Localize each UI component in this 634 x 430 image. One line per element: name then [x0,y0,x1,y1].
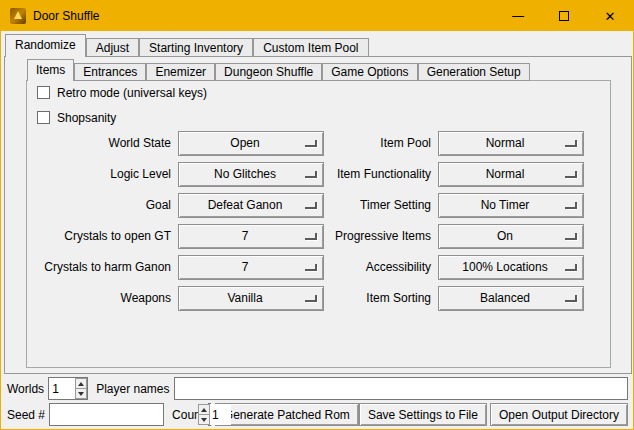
tab-randomize[interactable]: Randomize [5,34,86,57]
accessibility-dropdown[interactable]: 100% Locations [438,255,584,280]
worlds-spinbox[interactable] [48,377,88,400]
main-tabs: Randomize Adjust Starting Inventory Cust… [5,34,369,57]
dropdown-value: Balanced [439,287,565,310]
door-shuffle-window: Door Shuffle — ✕ Randomize Adjust Starti… [0,0,634,430]
world-state-label: World State [21,131,171,156]
logic-level-label: Logic Level [21,162,171,187]
tab-custom-item-pool[interactable]: Custom Item Pool [253,38,368,57]
dropdown-value: Normal [439,132,565,155]
count-input[interactable] [209,404,231,425]
dropdown-value: No Timer [439,194,565,217]
checkbox-box[interactable] [37,86,50,99]
dropdown-value: 100% Locations [439,256,565,279]
item-pool-label: Item Pool [296,131,431,156]
item-functionality-label: Item Functionality [296,162,431,187]
spin-arrows [198,404,210,425]
dropdown-value: No Glitches [179,163,305,186]
dropdown-indicator-icon [565,202,577,209]
dropdown-value: Vanilla [179,287,305,310]
spin-up-icon[interactable] [75,378,87,389]
dropdown-indicator-icon [565,233,577,240]
tab-dungeon-shuffle[interactable]: Dungeon Shuffle [215,63,322,81]
titlebar[interactable]: Door Shuffle — ✕ [1,1,633,31]
accessibility-label: Accessibility [296,255,431,280]
item-functionality-dropdown[interactable]: Normal [438,162,584,187]
seed-row: Seed # Count Generate Patched Rom Save S… [7,403,628,426]
dropdown-indicator-icon [565,295,577,302]
dropdown-value: On [439,225,565,248]
dropdown-indicator-icon [565,264,577,271]
window-title: Door Shuffle [33,9,100,23]
timer-setting-label: Timer Setting [296,193,431,218]
spin-arrows [75,378,87,399]
spin-down-icon[interactable] [75,389,87,399]
tab-game-options[interactable]: Game Options [322,63,417,81]
spin-up-icon[interactable] [198,404,210,415]
tab-entrances[interactable]: Entrances [74,63,146,81]
seed-label: Seed # [7,408,45,422]
tab-items[interactable]: Items [27,59,74,81]
save-settings-button[interactable]: Save Settings to File [359,403,487,426]
spin-down-icon[interactable] [198,415,210,425]
minimize-button-icon[interactable]: — [495,1,541,31]
count-spinbox[interactable] [208,403,211,426]
worlds-row: Worlds Player names [7,377,628,400]
dropdown-value: 7 [179,256,305,279]
goal-label: Goal [21,193,171,218]
close-button-icon[interactable]: ✕ [587,1,633,31]
tab-adjust[interactable]: Adjust [86,38,139,57]
dropdown-value: Normal [439,163,565,186]
item-sorting-dropdown[interactable]: Balanced [438,286,584,311]
items-tabs: Items Entrances Enemizer Dungeon Shuffle… [27,59,530,81]
item-pool-dropdown[interactable]: Normal [438,131,584,156]
tab-enemizer[interactable]: Enemizer [146,63,215,81]
tab-starting-inventory[interactable]: Starting Inventory [139,38,253,57]
dropdown-value: Defeat Ganon [179,194,305,217]
timer-setting-dropdown[interactable]: No Timer [438,193,584,218]
checkbox-label: Retro mode (universal keys) [57,86,207,100]
dropdown-value: Open [179,132,305,155]
window-controls: — ✕ [495,1,633,31]
dropdown-value: 7 [179,225,305,248]
app-icon[interactable] [10,8,26,24]
weapons-label: Weapons [21,286,171,311]
checkbox-box[interactable] [37,111,50,124]
tab-generation-setup[interactable]: Generation Setup [418,63,530,81]
player-names-input[interactable] [174,377,629,400]
dropdown-indicator-icon [565,171,577,178]
dropdown-indicator-icon [565,140,577,147]
open-output-directory-button[interactable]: Open Output Directory [490,403,628,426]
shopsanity-checkbox[interactable]: Shopsanity [37,110,116,125]
item-sorting-label: Item Sorting [296,286,431,311]
retro-mode-checkbox[interactable]: Retro mode (universal keys) [37,85,207,100]
crystals-open-gt-label: Crystals to open GT [21,224,171,249]
seed-input[interactable] [49,403,164,426]
generate-patched-rom-button[interactable]: Generate Patched Rom [215,403,359,426]
progressive-items-dropdown[interactable]: On [438,224,584,249]
checkbox-label: Shopsanity [57,111,116,125]
crystals-harm-ganon-label: Crystals to harm Ganon [21,255,171,280]
maximize-button-icon[interactable] [541,1,587,31]
progressive-items-label: Progressive Items [296,224,431,249]
worlds-input[interactable] [49,378,75,399]
worlds-label: Worlds [7,382,44,396]
player-names-label: Player names [96,382,169,396]
